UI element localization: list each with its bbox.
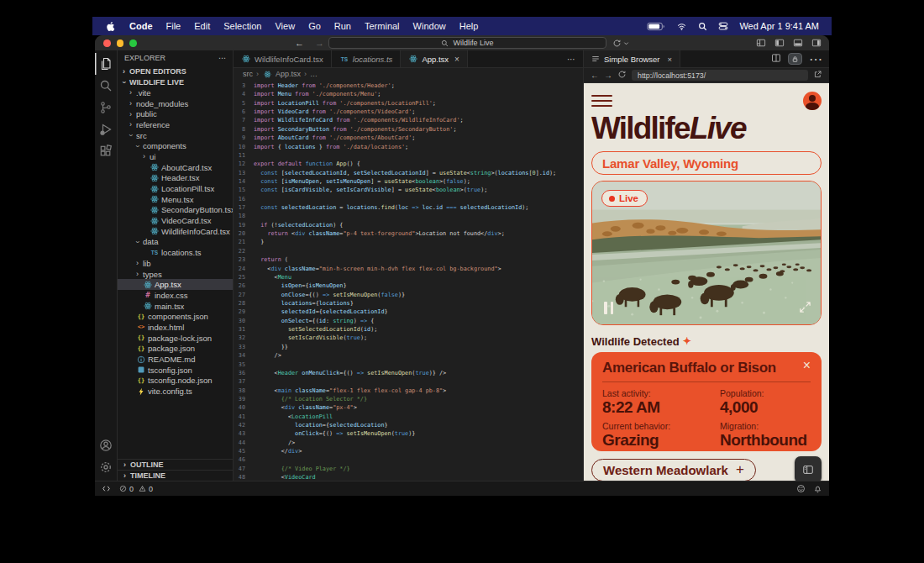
- folder-.vite[interactable]: ›.vite: [118, 87, 233, 98]
- apple-logo-icon[interactable]: [105, 21, 116, 32]
- close-card-icon[interactable]: ×: [803, 359, 811, 372]
- breadcrumb-item[interactable]: …: [310, 70, 318, 78]
- explorer-more-icon[interactable]: ⋯: [218, 54, 226, 62]
- file-index.css[interactable]: #index.css: [118, 290, 233, 301]
- editor-more-actions-icon[interactable]: ⋯: [559, 50, 583, 67]
- breadcrumb[interactable]: src›App.tsx›…: [234, 68, 583, 80]
- menu-window[interactable]: Window: [413, 21, 446, 31]
- lock-button[interactable]: [788, 53, 802, 65]
- live-video-card[interactable]: Live: [591, 181, 822, 325]
- menu-view[interactable]: View: [275, 21, 295, 31]
- spotlight-search-icon[interactable]: [698, 22, 707, 31]
- file-tsconfig.node.json[interactable]: {}tsconfig.node.json: [118, 376, 233, 387]
- hamburger-menu-icon[interactable]: [591, 95, 612, 108]
- problems-indicator[interactable]: 0 0: [119, 485, 153, 493]
- browser-reload-icon[interactable]: [617, 70, 627, 81]
- tab-App.tsx[interactable]: App.tsx×: [401, 50, 468, 67]
- avatar[interactable]: [803, 92, 822, 110]
- timeline-section[interactable]: › TIMELINE: [118, 470, 233, 481]
- menu-selection[interactable]: Selection: [223, 21, 261, 31]
- battery-icon[interactable]: [647, 22, 665, 31]
- notifications-bell-icon[interactable]: [813, 484, 822, 493]
- menubar-app-name[interactable]: Code: [129, 21, 153, 31]
- file-AboutCard.tsx[interactable]: AboutCard.tsx: [118, 162, 233, 173]
- close-icon[interactable]: ×: [454, 55, 459, 64]
- expand-icon[interactable]: [799, 301, 811, 317]
- split-editor-icon[interactable]: [771, 51, 781, 66]
- open-external-icon[interactable]: [813, 70, 822, 81]
- more-actions-icon[interactable]: ⋯: [809, 51, 822, 67]
- file-package-lock.json[interactable]: {}package-lock.json: [118, 333, 233, 344]
- nav-forward-icon[interactable]: →: [315, 38, 324, 48]
- close-icon[interactable]: ×: [668, 55, 673, 64]
- account-icon[interactable]: [95, 434, 118, 456]
- location-pill-button[interactable]: Lamar Valley, Wyoming: [591, 151, 822, 175]
- file-package.json[interactable]: {}package.json: [118, 344, 233, 355]
- menu-file[interactable]: File: [166, 21, 181, 31]
- zoom-window-button[interactable]: [129, 39, 137, 47]
- folder-components[interactable]: ›components: [118, 140, 233, 151]
- search-icon[interactable]: [95, 75, 118, 97]
- file-tsconfig.json[interactable]: tsconfig.json: [118, 365, 233, 376]
- file-VideoCard.tsx[interactable]: VideoCard.tsx: [118, 215, 233, 226]
- project-root-section[interactable]: › WILDLIFE LIVE: [118, 76, 233, 87]
- file-vite.config.ts[interactable]: vite.config.ts: [118, 386, 233, 397]
- pause-button[interactable]: [604, 302, 613, 314]
- folder-public[interactable]: ›public: [118, 108, 233, 119]
- menu-help[interactable]: Help: [459, 21, 479, 31]
- folder-reference[interactable]: ›reference: [118, 119, 233, 130]
- toggle-panel-icon[interactable]: [793, 38, 803, 48]
- folder-data[interactable]: ›data: [118, 237, 233, 248]
- menu-terminal[interactable]: Terminal: [365, 21, 400, 31]
- file-index.html[interactable]: <>index.html: [118, 322, 233, 333]
- simple-browser-tab[interactable]: Simple Browser ×: [584, 50, 680, 67]
- file-WildlifeInfoCard.tsx[interactable]: WildlifeInfoCard.tsx: [118, 226, 233, 237]
- command-center[interactable]: Wildlife Live: [328, 37, 606, 49]
- menubar-clock[interactable]: Wed Apr 1 9:41 AM: [739, 21, 819, 31]
- explorer-icon[interactable]: [95, 53, 118, 75]
- extensions-icon[interactable]: [95, 140, 118, 162]
- feedback-icon[interactable]: [796, 484, 806, 493]
- control-center-icon[interactable]: [718, 21, 728, 31]
- devtools-overlay-button[interactable]: [795, 456, 822, 481]
- breadcrumb-item[interactable]: src: [243, 70, 253, 78]
- next-species-button[interactable]: Western Meadowlark +: [591, 459, 756, 481]
- file-SecondaryButton.tsx[interactable]: SecondaryButton.tsx: [118, 205, 233, 216]
- outline-section[interactable]: › OUTLINE: [118, 459, 233, 470]
- remote-indicator-icon[interactable]: [102, 484, 111, 493]
- browser-back-icon[interactable]: ←: [591, 71, 599, 80]
- browser-forward-icon[interactable]: →: [604, 71, 612, 80]
- tab-WildlifeInfoCard.tsx[interactable]: WildlifeInfoCard.tsx: [234, 50, 332, 67]
- layout-refresh-icon[interactable]: [612, 35, 629, 50]
- url-input[interactable]: http://localhost:5173/: [632, 70, 808, 81]
- breadcrumb-item[interactable]: App.tsx: [276, 70, 301, 78]
- menu-go[interactable]: Go: [308, 21, 321, 31]
- run-debug-icon[interactable]: [95, 118, 118, 140]
- toggle-secondary-sidebar-icon[interactable]: [811, 38, 822, 48]
- toggle-primary-sidebar-icon[interactable]: [774, 38, 785, 48]
- folder-src[interactable]: ›src: [118, 130, 233, 141]
- source-control-icon[interactable]: [95, 97, 118, 118]
- customize-layout-icon[interactable]: [756, 38, 766, 48]
- file-App.tsx[interactable]: App.tsx: [118, 279, 233, 290]
- settings-gear-icon[interactable]: [95, 456, 118, 478]
- close-window-button[interactable]: [103, 39, 111, 47]
- tab-locations.ts[interactable]: TSlocations.ts: [332, 50, 402, 67]
- code-editor[interactable]: 3import Header from './components/Header…: [234, 80, 583, 481]
- nav-back-icon[interactable]: ←: [295, 38, 304, 48]
- file-locations.ts[interactable]: TSlocations.ts: [118, 247, 233, 258]
- folder-types[interactable]: ›types: [118, 269, 233, 280]
- minimize-window-button[interactable]: [117, 39, 124, 47]
- wifi-icon[interactable]: [676, 22, 687, 31]
- file-components.json[interactable]: {}components.json: [118, 311, 233, 322]
- file-README.md[interactable]: README.md: [118, 354, 233, 365]
- open-editors-section[interactable]: › OPEN EDITORS: [118, 66, 233, 76]
- file-Header.tsx[interactable]: Header.tsx: [118, 173, 233, 184]
- folder-node_modules[interactable]: ›node_modules: [118, 98, 233, 109]
- file-LocationPill.tsx[interactable]: LocationPill.tsx: [118, 183, 233, 194]
- file-Menu.tsx[interactable]: Menu.tsx: [118, 194, 233, 205]
- file-main.tsx[interactable]: main.tsx: [118, 301, 233, 312]
- menu-run[interactable]: Run: [334, 21, 351, 31]
- menu-edit[interactable]: Edit: [194, 21, 210, 31]
- folder-ui[interactable]: ›ui: [118, 151, 233, 162]
